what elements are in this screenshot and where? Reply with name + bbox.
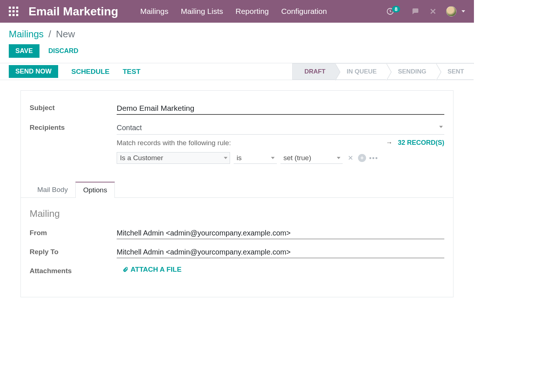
rule-operator-select[interactable]: is bbox=[234, 152, 277, 164]
activities-indicator[interactable]: 8 bbox=[386, 7, 402, 15]
nav-link-mailing-lists[interactable]: Mailing Lists bbox=[181, 7, 223, 16]
chevron-down-icon bbox=[271, 157, 275, 159]
nav-links: Mailings Mailing Lists Reporting Configu… bbox=[140, 7, 386, 16]
tab-options[interactable]: Options bbox=[75, 182, 114, 198]
paperclip-icon bbox=[123, 266, 128, 273]
breadcrumb-root[interactable]: Mailings bbox=[9, 29, 44, 39]
add-rule-icon[interactable]: + bbox=[358, 154, 366, 162]
from-label: From bbox=[30, 227, 117, 237]
tabs: Mail Body Options bbox=[21, 181, 453, 198]
attachments-label: Attachments bbox=[30, 265, 117, 275]
status-bar: SEND NOW SCHEDULE TEST DRAFT IN QUEUE SE… bbox=[0, 63, 474, 80]
test-button[interactable]: TEST bbox=[116, 63, 147, 80]
tab-mail-body[interactable]: Mail Body bbox=[30, 182, 75, 198]
chevron-down-icon bbox=[439, 126, 443, 128]
user-menu-caret-icon[interactable] bbox=[462, 10, 465, 12]
subject-input[interactable] bbox=[117, 102, 444, 115]
breadcrumb: Mailings / New bbox=[9, 29, 465, 40]
recipients-select[interactable]: Contact bbox=[117, 122, 444, 135]
control-panel: Mailings / New SAVE DISCARD bbox=[0, 23, 474, 63]
delete-rule-icon[interactable]: ✕ bbox=[346, 154, 354, 162]
status-steps: DRAFT IN QUEUE SENDING SENT bbox=[292, 63, 474, 80]
attach-file-button[interactable]: ATTACH A FILE bbox=[123, 265, 181, 274]
nav-link-reporting[interactable]: Reporting bbox=[236, 7, 269, 16]
top-navbar: Email Marketing Mailings Mailing Lists R… bbox=[0, 0, 474, 23]
status-step-draft[interactable]: DRAFT bbox=[292, 63, 335, 80]
more-rule-icon[interactable]: ••• bbox=[370, 154, 378, 162]
subject-label: Subject bbox=[30, 102, 117, 112]
status-step-sent[interactable]: SENT bbox=[436, 63, 474, 80]
rule-value-select[interactable]: set (true) bbox=[280, 152, 343, 164]
send-now-button[interactable]: SEND NOW bbox=[9, 65, 58, 78]
apps-launcher-icon[interactable] bbox=[9, 7, 18, 16]
status-step-sending[interactable]: SENDING bbox=[386, 63, 436, 80]
recipients-value: Contact bbox=[117, 124, 142, 132]
options-pane: Mailing From Reply To Attachments ATTA bbox=[21, 198, 453, 275]
records-count-link[interactable]: → 32 RECORD(S) bbox=[386, 139, 444, 147]
section-title-mailing: Mailing bbox=[30, 208, 444, 219]
discuss-icon[interactable] bbox=[411, 7, 420, 16]
reply-to-label: Reply To bbox=[30, 246, 117, 256]
user-avatar[interactable] bbox=[446, 6, 456, 16]
status-step-in-queue[interactable]: IN QUEUE bbox=[335, 63, 386, 80]
form-sheet: Subject Recipients Contact Match records… bbox=[20, 90, 453, 297]
from-input[interactable] bbox=[117, 227, 444, 239]
recipients-label: Recipients bbox=[30, 122, 117, 132]
save-button[interactable]: SAVE bbox=[9, 44, 39, 58]
arrow-right-icon: → bbox=[386, 139, 392, 146]
tools-icon[interactable] bbox=[429, 7, 437, 16]
reply-to-input[interactable] bbox=[117, 246, 444, 258]
nav-link-configuration[interactable]: Configuration bbox=[281, 7, 327, 16]
app-title: Email Marketing bbox=[29, 5, 118, 18]
rule-field-select[interactable]: Is a Customer bbox=[117, 152, 230, 164]
chevron-down-icon bbox=[337, 157, 340, 159]
activities-count-badge: 8 bbox=[392, 6, 400, 12]
breadcrumb-current: New bbox=[56, 29, 75, 39]
schedule-button[interactable]: SCHEDULE bbox=[65, 63, 116, 80]
nav-link-mailings[interactable]: Mailings bbox=[140, 7, 168, 16]
chevron-down-icon bbox=[224, 157, 227, 159]
domain-rule-row: Is a Customer is set (true) ✕ + bbox=[117, 152, 444, 164]
match-rule-text: Match records with the following rule: bbox=[117, 139, 231, 147]
discard-button[interactable]: DISCARD bbox=[48, 47, 78, 55]
